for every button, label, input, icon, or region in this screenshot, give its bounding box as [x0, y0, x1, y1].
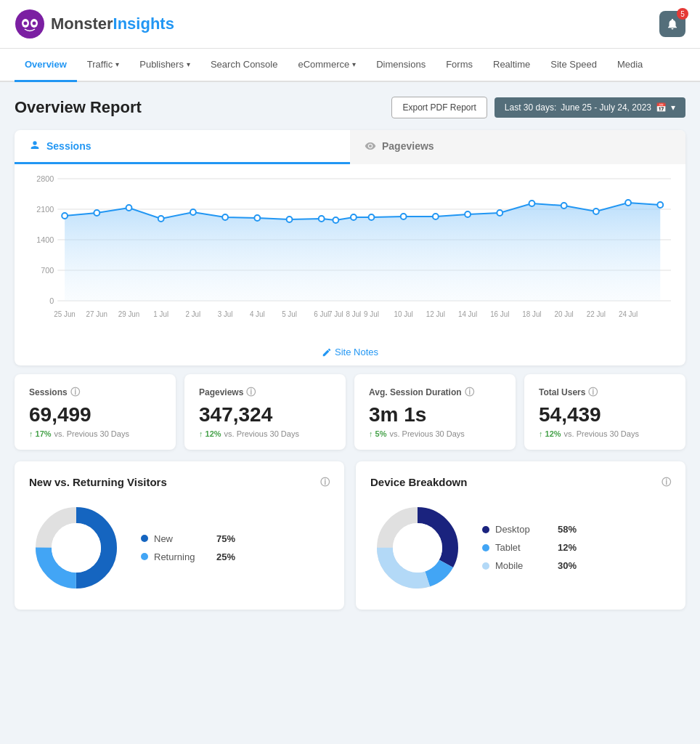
stat-sessions: Sessions ⓘ 69,499 ↑ 17% vs. Previous 30 … — [15, 374, 176, 450]
svg-point-23 — [319, 216, 325, 222]
svg-text:0: 0 — [49, 296, 54, 305]
stat-users-label: Total Users ⓘ — [539, 386, 671, 399]
desktop-value: 58% — [558, 524, 577, 535]
stat-sessions-change: ↑ 17% vs. Previous 30 Days — [29, 429, 161, 438]
pageviews-info-icon[interactable]: ⓘ — [246, 386, 256, 399]
svg-point-64 — [393, 523, 442, 573]
device-donut-chart — [370, 501, 465, 595]
new-label: New — [154, 533, 205, 544]
svg-text:29 Jun: 29 Jun — [118, 310, 139, 318]
svg-text:700: 700 — [41, 266, 54, 275]
logo-text: MonsterInsights — [51, 15, 174, 33]
tab-sessions[interactable]: Sessions — [15, 130, 350, 164]
chart-card: Sessions Pageviews 2800 2100 1400 700 — [15, 130, 685, 365]
svg-point-18 — [158, 216, 164, 222]
users-vs-label: vs. Previous 30 Days — [564, 429, 639, 438]
svg-point-26 — [369, 214, 375, 220]
device-info-icon[interactable]: ⓘ — [662, 476, 671, 489]
nav-item-dimensions[interactable]: Dimensions — [366, 49, 436, 82]
pageviews-icon — [365, 140, 376, 152]
nvr-info-icon[interactable]: ⓘ — [320, 476, 330, 489]
svg-point-59 — [52, 523, 101, 573]
svg-text:22 Jul: 22 Jul — [587, 310, 606, 318]
svg-text:8 Jul: 8 Jul — [346, 310, 362, 318]
nav-item-ecommerce[interactable]: eCommerce ▾ — [288, 49, 366, 82]
export-pdf-button[interactable]: Export PDF Report — [391, 97, 487, 118]
calendar-icon: 📅 — [656, 102, 667, 113]
nav-item-media[interactable]: Media — [607, 49, 653, 82]
nav-item-forms[interactable]: Forms — [436, 49, 483, 82]
svg-text:2 Jul: 2 Jul — [186, 310, 201, 318]
nav-item-search-console[interactable]: Search Console — [200, 49, 288, 82]
nav-item-overview[interactable]: Overview — [15, 49, 77, 82]
nav-item-realtime[interactable]: Realtime — [483, 49, 540, 82]
mobile-dot — [482, 562, 489, 570]
svg-point-21 — [254, 215, 260, 221]
svg-point-29 — [465, 211, 471, 217]
device-breakdown-card: Device Breakdown ⓘ — [356, 461, 685, 610]
svg-point-32 — [561, 203, 567, 209]
svg-point-20 — [222, 214, 228, 220]
traffic-chevron: ▾ — [115, 60, 119, 68]
users-change-value: ↑ 12% — [539, 429, 561, 438]
sessions-info-icon[interactable]: ⓘ — [70, 386, 80, 399]
returning-label: Returning — [154, 551, 205, 562]
svg-point-3 — [24, 22, 28, 25]
svg-point-17 — [126, 205, 132, 211]
mobile-label: Mobile — [495, 560, 546, 571]
tab-pageviews[interactable]: Pageviews — [350, 130, 685, 164]
device-breakdown-title: Device Breakdown ⓘ — [370, 476, 671, 489]
stat-pageviews: Pageviews ⓘ 347,324 ↑ 12% vs. Previous 3… — [184, 374, 346, 450]
users-info-icon[interactable]: ⓘ — [588, 386, 598, 399]
date-range-button[interactable]: Last 30 days: June 25 - July 24, 2023 📅 … — [495, 97, 685, 118]
date-dropdown-chevron: ▾ — [671, 102, 675, 113]
nav-item-traffic[interactable]: Traffic ▾ — [77, 49, 129, 82]
legend-desktop: Desktop 58% — [482, 524, 577, 535]
header: MonsterInsights 5 — [0, 0, 700, 49]
svg-text:5 Jul: 5 Jul — [282, 310, 297, 318]
svg-point-25 — [351, 214, 357, 220]
tablet-label: Tablet — [495, 542, 546, 553]
nvr-donut-container: New 75% Returning 25% — [29, 501, 330, 595]
pageviews-vs-label: vs. Previous 30 Days — [224, 429, 299, 438]
device-donut-container: Desktop 58% Tablet 12% Mobile 30% — [370, 501, 671, 595]
svg-text:27 Jun: 27 Jun — [86, 310, 107, 318]
chart-area: 2800 2100 1400 700 0 — [15, 164, 685, 341]
nav-item-publishers[interactable]: Publishers ▾ — [129, 49, 200, 82]
stat-pageviews-change: ↑ 12% vs. Previous 30 Days — [199, 429, 331, 438]
svg-text:2800: 2800 — [36, 174, 54, 183]
svg-text:7 Jul: 7 Jul — [328, 310, 343, 318]
stat-users-change: ↑ 12% vs. Previous 30 Days — [539, 429, 671, 438]
svg-text:24 Jul: 24 Jul — [619, 310, 638, 318]
sessions-icon — [29, 140, 41, 152]
desktop-dot — [482, 526, 489, 533]
mobile-value: 30% — [558, 560, 577, 571]
svg-text:20 Jul: 20 Jul — [555, 310, 574, 318]
site-notes-link[interactable]: Site Notes — [322, 347, 378, 357]
nav-item-site-speed[interactable]: Site Speed — [540, 49, 607, 82]
pageviews-change-value: ↑ 12% — [199, 429, 221, 438]
report-actions: Export PDF Report Last 30 days: June 25 … — [391, 97, 685, 118]
svg-text:18 Jul: 18 Jul — [522, 310, 541, 318]
svg-text:16 Jul: 16 Jul — [490, 310, 509, 318]
stats-row: Sessions ⓘ 69,499 ↑ 17% vs. Previous 30 … — [15, 374, 685, 450]
notification-button[interactable]: 5 — [659, 11, 685, 37]
avg-change-value: ↑ 5% — [369, 429, 386, 438]
new-vs-returning-title: New vs. Returning Visitors ⓘ — [29, 476, 330, 489]
legend-returning: Returning 25% — [141, 551, 235, 562]
bottom-row: New vs. Returning Visitors ⓘ — [15, 461, 685, 610]
returning-dot — [141, 553, 148, 560]
returning-value: 25% — [216, 551, 235, 562]
svg-point-0 — [15, 9, 44, 39]
svg-point-4 — [33, 22, 36, 25]
stat-pageviews-value: 347,324 — [199, 403, 331, 426]
avg-info-icon[interactable]: ⓘ — [465, 386, 474, 399]
report-title: Overview Report — [15, 98, 142, 117]
device-legend: Desktop 58% Tablet 12% Mobile 30% — [482, 524, 577, 571]
stat-users-value: 54,439 — [539, 403, 671, 426]
svg-point-24 — [333, 217, 338, 223]
svg-text:1400: 1400 — [36, 235, 54, 244]
svg-point-22 — [287, 217, 293, 222]
main-nav: Overview Traffic ▾ Publishers ▾ Search C… — [0, 49, 700, 82]
stat-avg-value: 3m 1s — [369, 403, 501, 426]
